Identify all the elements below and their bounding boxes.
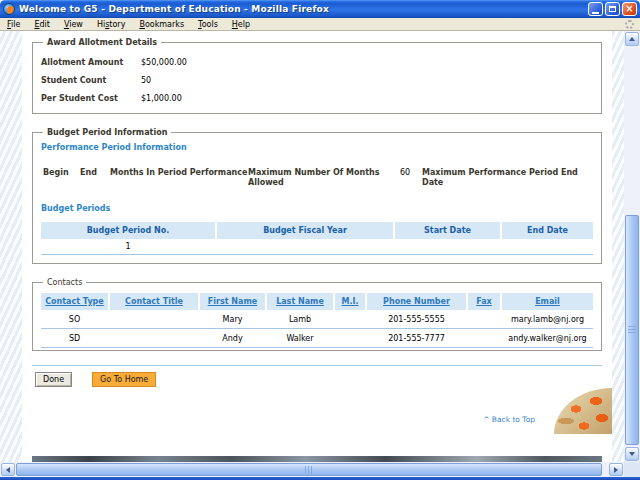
done-button[interactable]: Done xyxy=(35,372,72,387)
award-allotment-legend: Award Allotment Details xyxy=(43,38,161,47)
thumb-grip xyxy=(628,326,636,335)
menu-bar: File Edit View History Bookmarks Tools H… xyxy=(0,18,640,31)
per-student-cost-label: Per Student Cost xyxy=(41,92,141,105)
back-to-top-link[interactable]: ^ Back to Top xyxy=(32,415,602,424)
header-contact-type[interactable]: Contact Type xyxy=(41,293,108,310)
classroom-chairs-image xyxy=(554,388,612,434)
horizontal-scrollbar[interactable] xyxy=(0,462,624,477)
allotment-amount-value: $50,000.00 xyxy=(141,56,187,69)
arrow-up-icon xyxy=(629,37,635,41)
table-row: SD Andy Walker 201-555-7777 andy.walker@… xyxy=(41,329,593,348)
go-to-home-button[interactable]: Go To Home xyxy=(92,372,156,387)
student-count-row: Student Count 50 xyxy=(41,74,593,87)
divider xyxy=(32,365,602,366)
menu-bookmarks[interactable]: Bookmarks xyxy=(132,20,191,29)
performance-period-row: Begin End Months In Period Performance M… xyxy=(41,168,593,188)
menu-edit[interactable]: Edit xyxy=(27,20,57,29)
scroll-left-button[interactable] xyxy=(1,463,15,476)
restore-button[interactable] xyxy=(605,2,620,16)
firefox-icon xyxy=(3,3,15,15)
last-name-cell: Walker xyxy=(267,334,333,343)
menu-tools[interactable]: Tools xyxy=(191,20,225,29)
table-row: 1 xyxy=(41,239,593,255)
budget-period-section: Budget Period Information Performance Pe… xyxy=(32,128,602,264)
last-name-cell: Lamb xyxy=(267,315,333,324)
header-mi[interactable]: M.I. xyxy=(335,293,365,310)
email-cell: andy.walker@nj.org xyxy=(502,334,593,343)
budget-period-legend: Budget Period Information xyxy=(43,128,171,137)
scrollbar-corner xyxy=(624,462,640,477)
vertical-scrollbar[interactable] xyxy=(624,31,640,462)
header-fax[interactable]: Fax xyxy=(468,293,500,310)
title-bar: Welcome to G5 - Department of Education … xyxy=(0,0,640,18)
budget-periods-table: Budget Period No. Budget Fiscal Year Sta… xyxy=(41,222,593,255)
scroll-up-button[interactable] xyxy=(625,32,639,46)
per-student-cost-value: $1,000.00 xyxy=(141,92,182,105)
arrow-right-icon xyxy=(614,467,618,473)
email-cell: mary.lamb@nj.org xyxy=(502,315,593,324)
allotment-amount-row: Allotment Amount $50,000.00 xyxy=(41,56,593,69)
minimize-icon xyxy=(592,12,599,14)
table-row: SO Mary Lamb 201-555-5555 mary.lamb@nj.o… xyxy=(41,310,593,329)
menu-history[interactable]: History xyxy=(90,20,132,29)
menu-help[interactable]: Help xyxy=(225,20,257,29)
allotment-amount-label: Allotment Amount xyxy=(41,56,141,69)
contacts-header-row: Contact Type Contact Title First Name La… xyxy=(41,293,593,310)
browser-viewport: Award Allotment Details Allotment Amount… xyxy=(0,31,624,462)
scroll-down-button[interactable] xyxy=(625,447,639,461)
header-budget-fiscal-year: Budget Fiscal Year xyxy=(217,222,393,239)
months-in-period-label: Months In Period Performance xyxy=(110,168,248,188)
budget-periods-header-row: Budget Period No. Budget Fiscal Year Sta… xyxy=(41,222,593,239)
vertical-scroll-thumb[interactable] xyxy=(625,215,639,445)
per-student-cost-row: Per Student Cost $1,000.00 xyxy=(41,92,593,105)
max-months-allowed-label: Maximum Number Of Months Allowed xyxy=(248,168,400,188)
window-title: Welcome to G5 - Department of Education … xyxy=(19,4,586,14)
contact-type-cell: SD xyxy=(41,334,108,343)
header-budget-period-no: Budget Period No. xyxy=(41,222,215,239)
thumb-grip xyxy=(305,466,314,474)
header-phone-number[interactable]: Phone Number xyxy=(367,293,466,310)
arrow-left-icon xyxy=(6,467,10,473)
header-end-date: End Date xyxy=(502,222,593,239)
footer-bar xyxy=(32,456,602,462)
budget-period-no-cell: 1 xyxy=(41,242,215,251)
menu-file[interactable]: File xyxy=(0,20,27,29)
contacts-table: Contact Type Contact Title First Name La… xyxy=(41,293,593,348)
phone-number-cell: 201-555-5555 xyxy=(367,315,466,324)
action-buttons: Done Go To Home xyxy=(32,372,602,387)
first-name-cell: Andy xyxy=(200,334,265,343)
horizontal-scroll-thumb[interactable] xyxy=(16,463,602,476)
header-last-name[interactable]: Last Name xyxy=(267,293,333,310)
student-count-value: 50 xyxy=(141,74,151,87)
contacts-legend: Contacts xyxy=(43,278,86,287)
restore-icon xyxy=(609,6,616,12)
close-icon: × xyxy=(625,4,633,14)
header-first-name[interactable]: First Name xyxy=(200,293,265,310)
max-months-allowed-value: 60 xyxy=(400,168,418,188)
budget-periods-heading: Budget Periods xyxy=(41,204,593,213)
max-performance-end-date-label: Maximum Performance Period End Date xyxy=(418,168,593,188)
end-label: End xyxy=(80,168,110,188)
header-start-date: Start Date xyxy=(395,222,500,239)
phone-number-cell: 201-555-7777 xyxy=(367,334,466,343)
performance-period-heading: Performance Period Information xyxy=(41,143,593,152)
close-button[interactable]: × xyxy=(622,2,637,16)
menu-view[interactable]: View xyxy=(57,20,90,29)
contact-type-cell: SO xyxy=(41,315,108,324)
student-count-label: Student Count xyxy=(41,74,141,87)
begin-label: Begin xyxy=(43,168,80,188)
minimize-button[interactable] xyxy=(588,2,603,16)
scroll-right-button[interactable] xyxy=(609,463,623,476)
arrow-down-icon xyxy=(629,452,635,456)
page-content: Award Allotment Details Allotment Amount… xyxy=(22,31,612,462)
first-name-cell: Mary xyxy=(200,315,265,324)
contacts-section: Contacts Contact Type Contact Title Firs… xyxy=(32,278,602,351)
browser-window: Welcome to G5 - Department of Education … xyxy=(0,0,640,480)
header-contact-title[interactable]: Contact Title xyxy=(110,293,198,310)
throbber-icon xyxy=(625,20,634,29)
header-email[interactable]: Email xyxy=(502,293,593,310)
award-allotment-section: Award Allotment Details Allotment Amount… xyxy=(32,38,602,114)
